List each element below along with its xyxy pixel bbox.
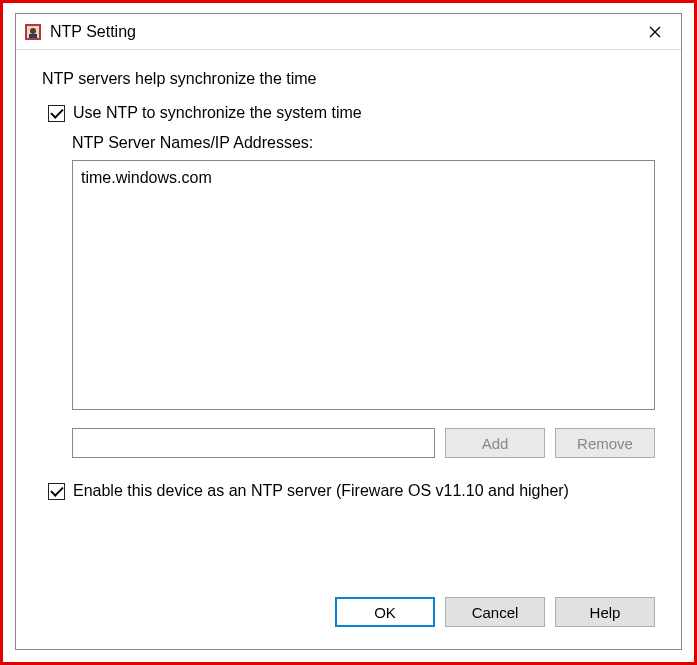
enable-ntp-server-checkbox[interactable] — [48, 483, 65, 500]
server-section: NTP Server Names/IP Addresses: time.wind… — [72, 134, 655, 458]
use-ntp-label[interactable]: Use NTP to synchronize the system time — [73, 104, 362, 122]
server-listbox[interactable]: time.windows.com — [72, 160, 655, 410]
cancel-button[interactable]: Cancel — [445, 597, 545, 627]
close-button[interactable] — [633, 14, 677, 49]
use-ntp-row: Use NTP to synchronize the system time — [48, 104, 655, 122]
description-text: NTP servers help synchronize the time — [42, 70, 655, 88]
svg-point-2 — [30, 28, 36, 34]
close-icon — [649, 26, 661, 38]
enable-ntp-server-row: Enable this device as an NTP server (Fir… — [48, 482, 655, 500]
use-ntp-checkbox[interactable] — [48, 105, 65, 122]
dialog-footer: OK Cancel Help — [16, 597, 681, 649]
list-item[interactable]: time.windows.com — [81, 167, 646, 189]
add-server-row: Add Remove — [72, 428, 655, 458]
app-icon — [24, 23, 42, 41]
ok-button[interactable]: OK — [335, 597, 435, 627]
add-button[interactable]: Add — [445, 428, 545, 458]
remove-button[interactable]: Remove — [555, 428, 655, 458]
enable-ntp-server-label[interactable]: Enable this device as an NTP server (Fir… — [73, 482, 569, 500]
ntp-setting-dialog: NTP Setting NTP servers help synchronize… — [15, 13, 682, 650]
svg-rect-3 — [29, 34, 37, 38]
window-title: NTP Setting — [50, 23, 633, 41]
dialog-content: NTP servers help synchronize the time Us… — [16, 50, 681, 597]
titlebar: NTP Setting — [16, 14, 681, 50]
server-list-label: NTP Server Names/IP Addresses: — [72, 134, 655, 152]
new-server-input[interactable] — [72, 428, 435, 458]
help-button[interactable]: Help — [555, 597, 655, 627]
